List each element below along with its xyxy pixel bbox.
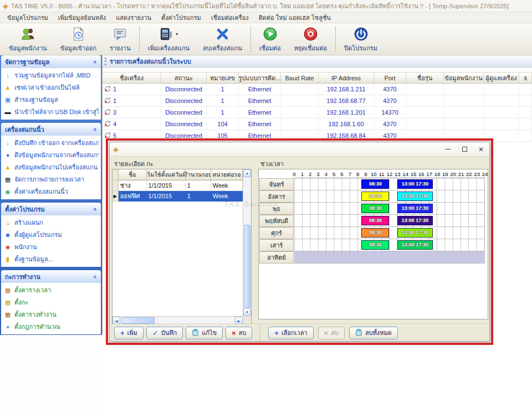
time-bar[interactable]: 08:30 (361, 216, 389, 225)
shift-column-header[interactable]: หน่วยต่อรอ (211, 169, 243, 180)
sidebar-item[interactable]: ▲ส่งข้อมูลพนักงานไปเครื่องสแกน (1, 161, 101, 173)
time-bar[interactable]: 13:00 17:30 (397, 204, 433, 213)
toolbar-disconnect-button[interactable]: หยุดเชื่อมต่อ (288, 23, 334, 55)
add-button[interactable]: +เพิ่ม (114, 327, 144, 339)
sidebar-item[interactable]: ⌂สร้างแผนก (1, 216, 101, 229)
toolbar-delete-scanner-button[interactable]: ลบเครื่องสแกน (196, 23, 249, 55)
sidebar-item[interactable]: ●ดึงข้อมูลพนักงานจากเครื่องสแกน (1, 149, 101, 161)
sidebar-item[interactable]: ▦จัดการภาพถ่ายการลงเวลา (1, 173, 101, 185)
sidebar-item[interactable]: ▦ตั้งตารางเวลา (1, 284, 101, 296)
shift-icon: ▦ (4, 300, 12, 306)
toolbar-add-scanner-button[interactable]: ▼เพิ่มเครื่องสแกน (141, 23, 196, 55)
sidebar-item[interactable]: ▦ตั้งตารางทำงาน (1, 308, 101, 321)
devices-column-header[interactable]: Port (374, 72, 406, 84)
devices-column-header[interactable]: ชื่อรุ่น (406, 72, 444, 84)
vertical-scroll-thumb[interactable] (244, 225, 250, 308)
device-row[interactable]: 1Disconnected1Ethernet192.168.68.774370 (103, 95, 532, 107)
scroll-down-button[interactable]: ▼ (243, 308, 251, 316)
delete-button[interactable]: ×ลบ (226, 327, 252, 339)
devices-column-header[interactable]: ผู้ดูแลเครื่อง (484, 72, 519, 84)
sidebar-item[interactable]: ▮ตั้งฐานข้อมูล... (1, 253, 101, 265)
dropdown-arrow-icon[interactable]: ▼ (175, 32, 179, 36)
menu-item-6[interactable]: ติดต่อ ใหม่ แอดเฮส โซลูชั่น (254, 12, 336, 24)
device-row[interactable]: 3Disconnected1Ethernet192.168.1.20114370 (103, 107, 532, 118)
devices-column-header[interactable]: Baud Rate (281, 72, 319, 84)
holiday-grid-row[interactable] (294, 251, 485, 264)
panel-grip-handle[interactable] (105, 58, 106, 65)
save-button[interactable]: ✓บันทึก (146, 327, 183, 339)
device-row[interactable]: 4Disconnected104Ethernet192.168.1.604370 (103, 118, 532, 130)
sidebar-section-header[interactable]: ตั้งค่าโปรแกรม« (1, 203, 101, 215)
sidebar-section-header[interactable]: กะการทำงาน« (1, 270, 101, 283)
time-bar[interactable]: 08:30 (361, 179, 389, 189)
shift-column-header[interactable]: ชื่อ (119, 169, 147, 180)
sidebar-item-label: ตั้งฐานข้อมูล... (14, 254, 53, 264)
sidebar-item[interactable]: ●ตั้งกฎการคำนวณ (1, 321, 101, 333)
sidebar-item[interactable]: ▣สำรองฐานข้อมูล (1, 94, 101, 106)
device-cell (444, 84, 484, 95)
horizontal-scrollbar[interactable]: ◀ ▶ (112, 316, 243, 324)
devices-column-header[interactable]: ชื่อเครื่อง (103, 72, 161, 84)
time-bar[interactable]: 13:00 17:30 (397, 192, 433, 201)
devices-column-header[interactable]: รูปแบบการติด... (239, 72, 281, 84)
toolbar-connect-button[interactable]: เชื่อมต่อ (253, 23, 288, 55)
vertical-scrollbar[interactable]: ▲ ▼ (243, 169, 251, 316)
menu-item-5[interactable]: เชื่อมต่อเครื่อง (206, 12, 254, 24)
day-grid-row[interactable]: 08:3013:00 17:30 (294, 215, 485, 227)
edit-button[interactable]: แก้ไข (186, 327, 223, 339)
devices-column-header[interactable]: หมายเลข (207, 72, 239, 84)
day-grid-row[interactable]: 08:3013:00 17:30 (294, 178, 485, 190)
delete-all-time-button[interactable]: ลบทั้งหมด (349, 327, 398, 339)
choose-time-button[interactable]: +เลือกเวลา (268, 327, 313, 339)
shift-row[interactable]: ▶ออฟฟิศ1/1/20151Week (112, 191, 243, 202)
time-bar[interactable]: 13:00 17:30 (397, 216, 433, 225)
shift-column-header[interactable]: เริ่มใช้ตั้งแต่วันที่ (147, 169, 186, 180)
sidebar-item[interactable]: ◉ตั้งค่าเครื่องสแกนนิ้ว (1, 185, 101, 198)
sidebar-item[interactable]: ▦ตั้งกะ (1, 296, 101, 308)
close-button[interactable]: ✕ (473, 142, 489, 156)
toolbar-close-program-button[interactable]: ปิดโปรแกรม (337, 23, 384, 55)
menu-item-1[interactable]: ข้อมูลโปรแกรม (2, 12, 53, 24)
sidebar-item[interactable]: ↓ดึงบันทึก เข้าออก จากเครื่องสแกน (1, 137, 101, 149)
minimize-button[interactable] (439, 142, 456, 156)
toolbar-inout-data-button[interactable]: ข้อมูลเข้าออก (54, 23, 103, 55)
device-row[interactable]: 5Disconnected105Ethernet192.168.68.84437… (103, 130, 532, 142)
menu-item-2[interactable]: เพิ่มข้อมูลย้อนหลัง (53, 12, 111, 24)
sidebar-item[interactable]: ▬นำเข้าไฟล์จาก USB Disk เข้าสู่โป... (1, 106, 101, 118)
devices-column-header[interactable]: จ (519, 72, 532, 84)
time-bar[interactable]: 13:00 17:30 (397, 228, 433, 238)
sidebar-item[interactable]: ☻ตั้งผู้ดูแลโปรแกรม (1, 229, 101, 241)
day-grid-row[interactable]: 08:3013:00 17:30 (294, 227, 485, 239)
time-bar[interactable]: 08:30 (361, 228, 389, 238)
horizontal-scroll-thumb[interactable] (121, 317, 155, 324)
sidebar-section-header[interactable]: เครื่องสแกนนิ้ว« (1, 123, 101, 136)
time-bar[interactable]: 13:00 17:30 (397, 179, 433, 189)
time-bar[interactable]: 08:30 (361, 240, 389, 250)
day-grid-row[interactable]: 08:3013:00 17:30 (294, 190, 485, 203)
maximize-button[interactable] (456, 142, 473, 156)
shift-column-header[interactable]: จำนวนรอบ (186, 169, 211, 180)
menu-item-4[interactable]: ตั้งค่าโปรแกรม (156, 12, 206, 24)
day-label: อาทิตย์ (259, 251, 294, 264)
day-grid-row[interactable]: 08:3013:00 17:30 (294, 203, 485, 215)
menu-item-3[interactable]: แสดงรายงาน (111, 12, 156, 24)
toolbar-employee-data-button[interactable]: ข้อมูลพนักงาน (2, 23, 54, 55)
time-bar[interactable]: 08:30 (361, 204, 389, 213)
sidebar-section-body: ⌂สร้างแผนก☻ตั้งผู้ดูแลโปรแกรม☻พนักงาน▮ตั… (1, 215, 101, 267)
toolbar-report-button[interactable]: รายงาน (103, 23, 137, 55)
sidebar-section-header[interactable]: จัดการฐานข้อมูล« (1, 55, 101, 68)
sidebar-item[interactable]: ☻พนักงาน (1, 241, 101, 253)
shift-row[interactable]: ช่าง1/1/20151Week (112, 180, 243, 191)
devices-column-header[interactable]: IP Address (319, 72, 374, 84)
devices-column-header[interactable]: สถานะ (161, 72, 207, 84)
scroll-left-button[interactable]: ◀ (112, 317, 120, 324)
scroll-right-button[interactable]: ▶ (235, 317, 243, 324)
time-bar[interactable]: 13:00 17:30 (397, 240, 433, 250)
device-row[interactable]: 1Disconnected1Ethernet192.168.1.2114370 (103, 84, 532, 95)
devices-column-header[interactable]: ข้อมูลพนักงาน (444, 72, 484, 84)
sidebar-item[interactable]: ▲เซฟเวลาเข้าออกเป็นไฟล์ (1, 81, 101, 94)
time-bar[interactable]: 08:30 (361, 192, 389, 201)
sidebar-item[interactable]: ↓รวมฐานข้อมูลจากไฟล์ .MBD (1, 69, 101, 81)
day-grid-row[interactable]: 08:3013:00 17:30 (294, 239, 485, 251)
scroll-up-button[interactable]: ▲ (243, 169, 251, 177)
